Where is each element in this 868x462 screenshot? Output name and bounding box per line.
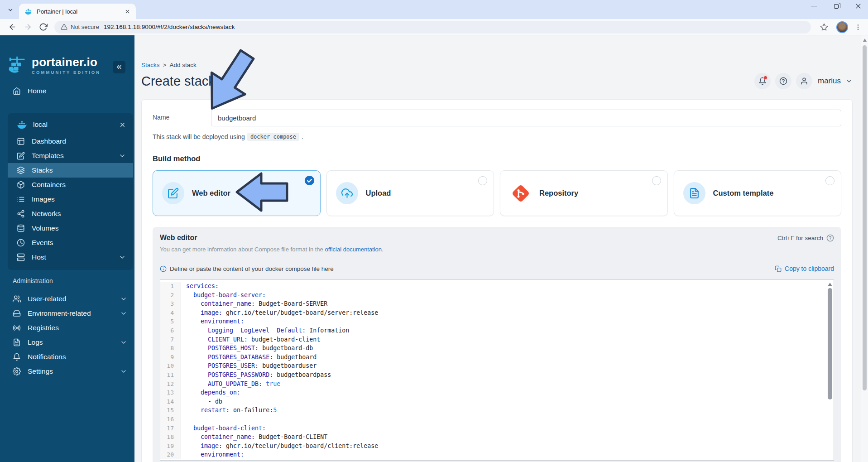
code-text: environment: xyxy=(181,450,244,459)
back-icon[interactable] xyxy=(5,20,20,34)
sidebar-item-registries[interactable]: Registries xyxy=(0,321,134,335)
code-line: 8 POSTGRES_HOST: budgetboard-db xyxy=(160,344,834,353)
page-title: Create stack xyxy=(141,74,215,89)
window-restore-button[interactable] xyxy=(833,3,839,10)
code-text: - db xyxy=(181,397,222,406)
security-label: Not secure xyxy=(71,24,99,30)
user-menu-chevron-icon[interactable] xyxy=(845,77,853,85)
sidebar-item-volumes[interactable]: Volumes xyxy=(8,221,133,236)
search-hint: Ctrl+F for search xyxy=(777,234,834,242)
window-close-button[interactable] xyxy=(855,3,862,10)
sidebar-item-environment-related[interactable]: Environment-related xyxy=(0,306,134,321)
code-text: services: xyxy=(181,282,219,291)
list-icon xyxy=(17,195,25,203)
code-line: 2 budget-board-server: xyxy=(160,291,834,300)
sidebar-item-host[interactable]: Host xyxy=(8,250,133,265)
build-method-repository[interactable]: Repository xyxy=(500,170,668,216)
build-method-label: Upload xyxy=(366,189,391,197)
breadcrumb-stacks-link[interactable]: Stacks xyxy=(141,62,160,68)
build-method-upload[interactable]: Upload xyxy=(326,170,494,216)
forward-icon[interactable] xyxy=(20,20,35,34)
tab-search-button[interactable] xyxy=(5,4,16,16)
sidebar-collapse-button[interactable] xyxy=(113,61,125,73)
sidebar-item-label: Events xyxy=(32,239,126,247)
sidebar-item-label: Home xyxy=(28,87,127,95)
tab-close-icon[interactable] xyxy=(124,8,131,15)
line-number: 6 xyxy=(160,326,181,335)
code-line: 20 environment: xyxy=(160,450,834,459)
code-text: Logging__LogLevel__Default: Information xyxy=(181,326,349,335)
user-avatar-icon[interactable] xyxy=(796,73,812,89)
code-text: image: ghcr.io/teelur/budget-board/clien… xyxy=(181,442,378,451)
url-text: 192.168.1.18:9000/#!/2/docker/stacks/new… xyxy=(104,24,235,30)
environment-header[interactable]: local xyxy=(8,115,133,134)
sidebar-item-images[interactable]: Images xyxy=(8,192,133,207)
file-text-icon xyxy=(13,338,21,346)
sidebar-item-stacks[interactable]: Stacks xyxy=(8,163,133,178)
help-button[interactable] xyxy=(775,73,791,89)
sidebar-item-templates[interactable]: Templates xyxy=(8,149,133,163)
build-method-label: Web editor xyxy=(192,189,230,197)
bookmark-star-icon[interactable] xyxy=(816,20,832,34)
window-scrollbar-up-icon[interactable] xyxy=(863,38,867,42)
code-text: depends_on: xyxy=(181,388,240,397)
window-scrollbar[interactable] xyxy=(861,35,868,462)
sidebar-env-items: DashboardTemplatesStacksContainersImages… xyxy=(8,134,133,265)
radio-unselected[interactable] xyxy=(478,176,487,185)
sidebar-item-networks[interactable]: Networks xyxy=(8,207,133,221)
build-method-web-editor[interactable]: Web editor xyxy=(153,170,321,216)
browser-profile-avatar[interactable] xyxy=(836,21,848,33)
notifications-bell-button[interactable] xyxy=(754,73,771,89)
sidebar-item-label: Registries xyxy=(28,324,127,332)
environment-section: local DashboardTemplatesStacksContainers… xyxy=(8,113,133,270)
compose-code-editor[interactable]: 1services:2 budget-board-server:3 contai… xyxy=(160,279,834,461)
sidebar-item-containers[interactable]: Containers xyxy=(8,178,133,192)
sidebar-item-dashboard[interactable]: Dashboard xyxy=(8,134,133,149)
tab-title: Portainer | local xyxy=(37,8,124,15)
web-editor-heading: Web editor xyxy=(160,234,197,242)
search-help-icon[interactable] xyxy=(826,234,834,242)
main-content: Stacks > Add stack Create stack mar xyxy=(134,35,868,462)
reload-icon[interactable] xyxy=(35,20,51,34)
window-minimize-button[interactable] xyxy=(810,3,817,10)
build-method-custom-template[interactable]: Custom template xyxy=(674,170,842,216)
build-method-label: Repository xyxy=(539,189,578,197)
line-number: 11 xyxy=(160,371,181,380)
edit-icon xyxy=(17,152,25,160)
sidebar-item-home[interactable]: Home xyxy=(0,83,134,99)
sidebar-item-events[interactable]: Events xyxy=(8,236,133,250)
sidebar-item-label: Networks xyxy=(32,210,126,218)
browser-menu-icon[interactable] xyxy=(853,20,863,34)
radio-unselected[interactable] xyxy=(652,176,661,185)
clock-icon xyxy=(17,239,25,247)
code-text: container_name: Budget-Board-SERVER xyxy=(181,299,327,308)
network-icon xyxy=(17,210,25,218)
environment-close-icon[interactable] xyxy=(119,121,126,128)
define-content-hint: Define or paste the content of your dock… xyxy=(160,265,334,272)
edit-icon xyxy=(162,182,184,204)
browser-tab[interactable]: Portainer | local xyxy=(19,4,136,19)
user-menu[interactable]: marius xyxy=(818,77,841,86)
sidebar-item-settings[interactable]: Settings xyxy=(0,364,134,379)
editor-scrollbar-up-icon[interactable] xyxy=(828,283,832,286)
editor-scrollbar-thumb[interactable] xyxy=(828,288,832,399)
refresh-page-icon[interactable] xyxy=(221,77,230,86)
code-line: 9 POSTGRES_DATABASE: budgetboard xyxy=(160,353,834,362)
code-line: 7 CLIENT_URL: budget-board-client xyxy=(160,335,834,344)
address-bar[interactable]: Not secure 192.168.1.18:9000/#!/2/docker… xyxy=(54,21,811,34)
sidebar-item-user-related[interactable]: User-related xyxy=(0,292,134,306)
code-line: 10 POSTGRES_USER: budgetboarduser xyxy=(160,361,834,371)
sidebar-item-label: Volumes xyxy=(32,224,126,232)
logo-wordmark: portainer.io xyxy=(32,55,101,69)
code-line: 13 depends_on: xyxy=(160,388,834,397)
stack-name-input[interactable] xyxy=(211,110,841,126)
database-icon xyxy=(17,224,25,232)
copy-to-clipboard-button[interactable]: Copy to clipboard xyxy=(775,265,834,272)
radio-unselected[interactable] xyxy=(825,176,834,185)
sidebar-item-notifications[interactable]: Notifications xyxy=(0,350,134,364)
code-text: POSTGRES_DATABASE: budgetboard xyxy=(181,353,317,362)
official-documentation-link[interactable]: official documentation xyxy=(325,246,382,253)
sidebar-item-logs[interactable]: Logs xyxy=(0,335,134,350)
window-scrollbar-thumb[interactable] xyxy=(863,45,867,390)
editor-scrollbar[interactable] xyxy=(828,283,832,399)
